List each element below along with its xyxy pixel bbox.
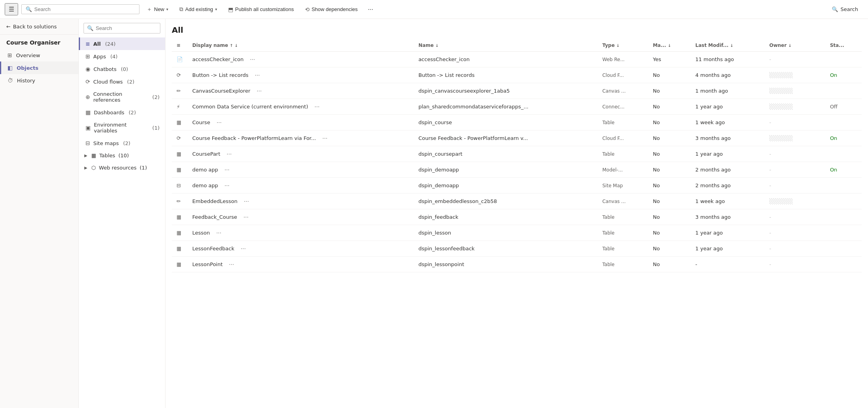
top-search-box[interactable]: 🔍 [21,4,139,14]
table-row[interactable]: ▦ LessonFeedback ⋯ dspin_lessonfeedback … [172,241,862,257]
row-type-cell: Cloud F... [598,67,648,83]
row-modified-cell: 1 month ago [691,83,765,99]
table-row[interactable]: ▦ LessonPoint ⋯ dspin_lessonpoint Table … [172,257,862,272]
th-status[interactable]: Sta... [825,39,862,52]
sidebar-item-objects[interactable]: ◧ Objects [0,61,78,74]
table-row[interactable]: ▦ demo app ⋯ dspin_demoapp Model-... No … [172,162,862,178]
row-more-button[interactable]: ⋯ [224,150,234,158]
left-search-icon: 🔍 [87,25,93,31]
left-panel-item-env-variables[interactable]: ▣ Environment variables (1) [79,119,165,137]
row-more-button[interactable]: ⋯ [247,56,257,63]
table-row[interactable]: ✏️ EmbeddedLesson ⋯ dspin_embeddedlesson… [172,194,862,209]
row-managed-cell: No [648,241,691,257]
table-row[interactable]: ⊟ demo app ⋯ dspin_demoapp Site Map No 2… [172,178,862,194]
select-all-icon: ≡ [177,43,180,48]
table-row[interactable]: ⚡ Common Data Service (current environme… [172,99,862,115]
th-managed[interactable]: Ma... ↓ [648,39,691,52]
row-more-button[interactable]: ⋯ [238,245,248,252]
left-panel-item-chatbots[interactable]: ◉ Chatbots (0) [79,63,165,75]
connection-references-icon: ⊕ [85,94,90,100]
left-panel-item-web-resources[interactable]: ▶ ⬡ Web resources (1) [79,162,165,174]
toolbar-more-button[interactable]: ··· [365,4,376,15]
left-panel-item-all[interactable]: ≡ All (24) [79,37,165,50]
add-existing-icon: ⧉ [179,6,183,13]
add-existing-button[interactable]: ⧉ Add existing ▾ [175,4,221,15]
row-managed-cell: No [648,146,691,162]
sidebar-item-overview[interactable]: ⊞ Overview [0,49,78,61]
row-status-cell: On [825,67,862,83]
row-status-cell [825,257,862,272]
table-body: 📄 accessChecker_icon ⋯ accessChecker_ico… [172,52,862,272]
row-name-cell: Button -> List records [414,67,598,83]
row-more-button[interactable]: ⋯ [312,103,322,110]
row-modified-cell: 1 year ago [691,241,765,257]
web-resources-expand-icon: ▶ [84,166,87,170]
sidebar-item-history[interactable]: ⏱ History [0,74,78,87]
right-search-button[interactable]: 🔍 Search [827,4,863,15]
row-display-name-cell: demo app ⋯ [188,162,414,178]
left-panel-item-site-maps[interactable]: ⊟ Site maps (2) [79,137,165,149]
back-to-solutions-link[interactable]: ← Back to solutions [0,19,78,35]
table-row[interactable]: ⟳ Button -> List records ⋯ Button -> Lis… [172,67,862,83]
table-row[interactable]: ▦ Lesson ⋯ dspin_lesson Table No 1 year … [172,225,862,241]
hamburger-menu-button[interactable]: ☰ [5,3,18,15]
new-chevron-icon: ▾ [166,7,168,11]
row-more-button[interactable]: ⋯ [320,134,330,142]
row-managed-cell: No [648,209,691,225]
content-area: All ≡ Display name ↑ ↓ [165,19,868,408]
th-modified[interactable]: Last Modif... ↓ [691,39,765,52]
row-display-name-cell: Course Feedback - PowerPlatformLearn via… [188,130,414,146]
row-type-icon: ⊟ [177,183,181,188]
row-type-icon: ✏️ [177,198,181,204]
left-panel-item-tables[interactable]: ▶ ▦ Tables (10) [79,149,165,162]
row-owner-cell: - [764,115,825,130]
row-type-cell: Connec... [598,99,648,115]
row-owner-cell: ░░░░░░ [764,83,825,99]
table-row[interactable]: 📄 accessChecker_icon ⋯ accessChecker_ico… [172,52,862,67]
table-row[interactable]: ⟳ Course Feedback - PowerPlatformLearn v… [172,130,862,146]
table-row[interactable]: ▦ CoursePart ⋯ dspin_coursepart Table No… [172,146,862,162]
left-panel-item-cloud-flows[interactable]: ⟳ Cloud flows (2) [79,75,165,88]
row-more-button[interactable]: ⋯ [227,261,236,268]
th-type[interactable]: Type ↓ [598,39,648,52]
left-panel-item-apps[interactable]: ⊞ Apps (4) [79,50,165,63]
th-selector[interactable]: ≡ [172,39,188,52]
table-row[interactable]: ▦ Feedback_Course ⋯ dspin_feedback Table… [172,209,862,225]
row-display-name: CanvasCourseExplorer [192,88,250,94]
row-type-icon: 📄 [177,56,183,62]
row-type-icon: ⟳ [177,72,181,78]
row-more-button[interactable]: ⋯ [253,71,262,79]
row-icon-cell: ⚡ [172,99,188,115]
row-more-button[interactable]: ⋯ [254,87,264,95]
row-modified-cell: 1 year ago [691,99,765,115]
row-type-icon: ⟳ [177,135,181,141]
row-type-cell: Table [598,146,648,162]
row-more-button[interactable]: ⋯ [222,166,232,173]
table-row[interactable]: ✏️ CanvasCourseExplorer ⋯ dspin_canvasco… [172,83,862,99]
row-managed-cell: No [648,99,691,115]
left-panel-item-dashboards[interactable]: ▦ Dashboards (2) [79,106,165,119]
table-row[interactable]: ▦ Course ⋯ dspin_course Table No 1 week … [172,115,862,130]
top-search-input[interactable] [34,6,135,12]
row-more-button[interactable]: ⋯ [222,182,232,189]
left-panel-item-connection-references[interactable]: ⊕ Connection references (2) [79,88,165,106]
left-panel-search-box[interactable]: 🔍 [84,23,160,34]
row-owner-cell: - [764,162,825,178]
row-more-button[interactable]: ⋯ [214,229,224,237]
row-managed-cell: No [648,67,691,83]
row-more-button[interactable]: ⋯ [214,119,224,126]
th-name[interactable]: Name ↓ [414,39,598,52]
row-more-button[interactable]: ⋯ [242,197,251,205]
row-display-name: LessonFeedback [192,246,234,252]
row-type-icon: ▦ [177,214,181,220]
sort-desc-icon: ↓ [234,43,238,48]
publish-button[interactable]: ⬒ Publish all customizations [224,4,298,15]
row-icon-cell: ▦ [172,241,188,257]
left-panel-search-input[interactable] [96,25,157,31]
show-dependencies-button[interactable]: ⟲ Show dependencies [301,4,362,15]
th-owner[interactable]: Owner ↓ [764,39,825,52]
th-display-name[interactable]: Display name ↑ ↓ [188,39,414,52]
row-name-cell: dspin_feedback [414,209,598,225]
row-more-button[interactable]: ⋯ [241,213,251,221]
new-button[interactable]: ＋ New ▾ [143,4,172,15]
